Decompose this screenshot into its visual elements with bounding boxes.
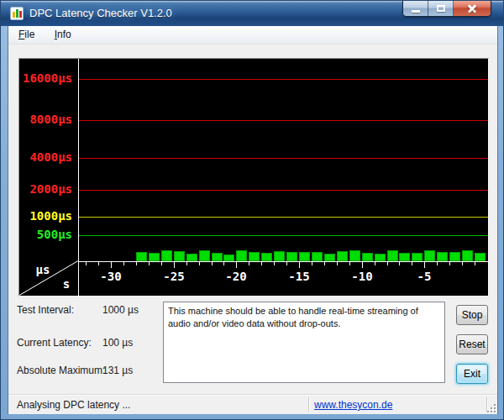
y-gridline	[79, 158, 488, 159]
x-axis-tick	[449, 262, 450, 265]
x-axis-tick	[149, 262, 150, 265]
x-axis-tick	[437, 262, 438, 265]
x-axis-tick	[212, 262, 213, 265]
x-axis-tick	[349, 262, 350, 265]
latency-bar	[236, 250, 247, 261]
x-axis-tick	[362, 262, 363, 268]
title-bar[interactable]: DPC Latency Checker V1.2.0	[1, 1, 503, 26]
latency-bar	[149, 253, 160, 261]
x-axis-tick-label: -30	[97, 270, 125, 283]
x-axis-tick	[186, 262, 187, 265]
x-axis-tick	[98, 262, 99, 265]
stat-value: 100 µs	[102, 337, 133, 349]
y-axis-label: 2000µs	[19, 182, 72, 196]
latency-bar	[286, 252, 297, 261]
menu-bar: File Info	[8, 26, 497, 45]
latency-bar	[212, 253, 223, 261]
latency-bar	[223, 255, 234, 261]
menu-file[interactable]: File	[12, 26, 41, 44]
app-icon-bar	[16, 9, 18, 18]
exit-button[interactable]: Exit	[456, 364, 488, 384]
x-axis-tick	[412, 262, 412, 265]
y-gridline	[79, 235, 488, 236]
x-axis-tick-label: -15	[285, 270, 313, 283]
y-gridline	[79, 79, 488, 80]
latency-bar	[274, 251, 285, 261]
x-axis-tick	[462, 262, 463, 265]
reset-button[interactable]: Reset	[456, 334, 488, 354]
thesycon-link[interactable]: www.thesycon.de	[314, 399, 392, 411]
app-window: DPC Latency Checker V1.2.0 File Info 160…	[0, 0, 504, 420]
latency-bar	[475, 253, 486, 261]
window-controls	[402, 1, 491, 17]
x-axis-tick	[324, 262, 325, 265]
y-gridline	[79, 120, 488, 121]
latency-bar	[249, 252, 260, 261]
stat-label: Absolute Maximum:	[17, 365, 105, 376]
maximize-button[interactable]	[428, 1, 454, 16]
x-axis-tick	[261, 262, 262, 265]
status-text: Analysing DPC latency ...	[17, 399, 130, 411]
latency-bar	[437, 252, 448, 261]
latency-bar	[424, 250, 435, 261]
app-icon-bar	[19, 11, 22, 18]
latency-bar	[199, 250, 210, 261]
minimize-button[interactable]	[403, 1, 428, 16]
x-axis-tick-label: -10	[348, 270, 376, 283]
app-icon[interactable]	[10, 7, 24, 20]
x-axis-tick	[249, 262, 249, 265]
latency-chart-panel: 16000µs8000µs4000µs2000µs1000µs500µsµss-…	[18, 58, 489, 297]
latency-bar	[412, 253, 423, 261]
y-axis-label: 8000µs	[19, 113, 72, 126]
stop-button[interactable]: Stop	[456, 305, 488, 325]
latency-bar	[161, 250, 172, 261]
y-gridline	[79, 190, 488, 191]
stat-row-test-interval: Test Interval: 1000 µs	[8, 304, 160, 317]
status-bar: Analysing DPC latency ... www.thesycon.d…	[8, 394, 497, 414]
y-axis-line	[78, 59, 79, 296]
x-axis-tick	[299, 262, 300, 268]
latency-bar	[186, 254, 197, 261]
latency-chart: 16000µs8000µs4000µs2000µs1000µs500µsµss-…	[19, 59, 488, 296]
window-title: DPC Latency Checker V1.2.0	[29, 1, 172, 25]
latency-bar	[362, 253, 373, 261]
x-unit-label: s	[60, 277, 73, 291]
stat-label: Test Interval:	[17, 304, 74, 316]
x-axis-tick	[236, 262, 237, 268]
x-axis-tick	[337, 262, 338, 265]
menu-info[interactable]: Info	[48, 26, 78, 44]
client-area: File Info 16000µs8000µs4000µs2000µs1000µ…	[8, 26, 498, 414]
x-axis-tick	[111, 262, 112, 268]
x-axis-tick	[375, 262, 375, 265]
x-axis-tick	[199, 262, 200, 265]
stat-label: Current Latency:	[17, 337, 92, 349]
x-axis-tick-label: -25	[160, 270, 188, 283]
close-button[interactable]	[454, 1, 491, 16]
latency-bar	[375, 254, 386, 261]
x-axis-tick	[286, 262, 287, 265]
latency-bar	[462, 250, 473, 261]
x-axis-tick	[312, 262, 312, 265]
latency-bar	[337, 251, 348, 261]
x-axis-tick	[136, 262, 137, 265]
statusbar-divider	[308, 397, 309, 412]
x-axis-tick	[86, 262, 87, 265]
latency-bar	[174, 251, 185, 261]
stat-value: 1000 µs	[102, 304, 139, 316]
y-axis-label: 16000µs	[19, 71, 72, 85]
stat-value: 131 µs	[102, 365, 133, 376]
resize-grip[interactable]	[486, 402, 496, 412]
x-axis-tick	[475, 262, 475, 265]
y-axis-label: 1000µs	[19, 209, 72, 223]
x-axis-line	[78, 261, 488, 262]
maximize-icon	[437, 5, 445, 12]
stat-row-current-latency: Current Latency: 100 µs	[8, 337, 160, 349]
latency-bar	[324, 254, 335, 261]
latency-bar	[136, 252, 147, 261]
analysis-message-box: This machine should be able to handle re…	[163, 302, 445, 383]
x-axis-tick-label: -20	[222, 270, 250, 283]
x-axis-tick	[274, 262, 275, 265]
x-axis-tick-label: -5	[410, 270, 438, 283]
x-axis-tick	[161, 262, 162, 265]
x-axis-tick	[223, 262, 224, 265]
